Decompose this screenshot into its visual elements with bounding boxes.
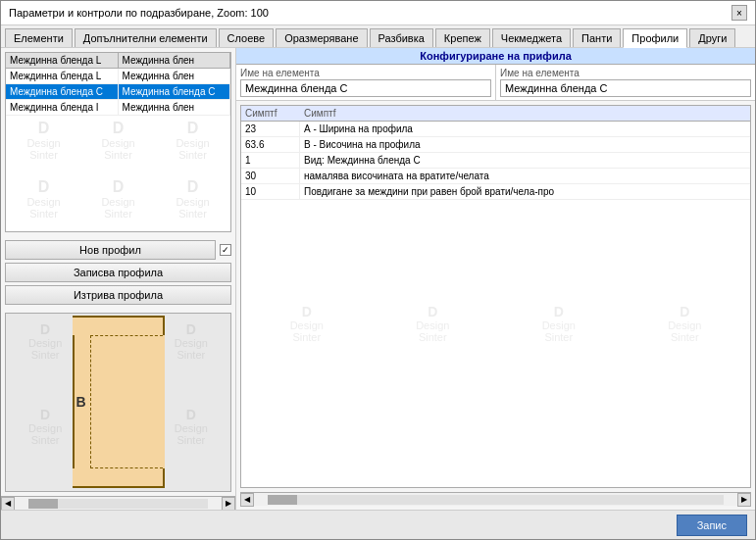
scroll-right-arrow[interactable]: ▶: [222, 497, 235, 511]
config-col1-header: Симптf: [241, 106, 300, 121]
config-row: 23 А - Ширина на профила: [241, 122, 750, 137]
config-cell: В - Височина на профила: [300, 137, 750, 152]
list-header: Междинна бленда L Междинна блен: [6, 53, 230, 69]
new-profile-checkbox[interactable]: ✓: [220, 244, 231, 256]
config-cell: 23: [241, 122, 300, 136]
list-item[interactable]: Междинна бленда С Междинна бленда С: [6, 84, 230, 100]
tab-drugi[interactable]: Други: [689, 28, 735, 47]
left-panel: DDesignSinter DDesignSinter DDesignSinte…: [1, 48, 236, 510]
name-inputs-row: Име на елемента Име на елемента: [236, 65, 755, 101]
main-tab-bar: Елементи Допълнителни елементи Слоеве Ор…: [1, 25, 755, 48]
config-scroll-left[interactable]: ◀: [240, 493, 254, 507]
delete-profile-button[interactable]: Изтрива профила: [5, 285, 231, 305]
save-profile-button[interactable]: Записва профила: [5, 263, 231, 282]
new-profile-button[interactable]: Нов профил: [5, 240, 216, 260]
config-row: 10 Повдигане за междини при равен брой в…: [241, 184, 750, 200]
list-item[interactable]: Междинна бленда I Междинна блен: [6, 100, 230, 116]
tab-profili[interactable]: Профили: [623, 28, 687, 48]
config-header: Конфигуриране на прифила: [236, 48, 755, 65]
tab-krepej[interactable]: Крепеж: [435, 28, 490, 47]
content-area: DDesignSinter DDesignSinter DDesignSinte…: [1, 48, 755, 510]
close-button[interactable]: ×: [731, 5, 747, 21]
bottom-bar: Запис: [1, 510, 755, 539]
preview-area: DDesignSinter DDesignSinter DDesignSinte…: [5, 313, 231, 493]
config-cell: 63.6: [241, 137, 300, 152]
scroll-left-arrow[interactable]: ◀: [1, 497, 15, 511]
tab-orazmeryavane[interactable]: Оразмеряване: [276, 28, 367, 47]
preview-label-a: A: [113, 488, 123, 492]
preview-label-b: B: [76, 394, 86, 410]
tab-chekmejeta[interactable]: Чекмеджета: [492, 28, 571, 47]
config-scroll-thumb[interactable]: [268, 495, 297, 505]
tab-panti[interactable]: Панти: [573, 28, 621, 47]
config-cell: Вид: Междинна бленда С: [300, 153, 750, 168]
config-cell: А - Ширина на профила: [300, 122, 750, 136]
scroll-track[interactable]: [28, 499, 208, 509]
config-col-headers: Симптf Симптf: [241, 106, 750, 122]
title-bar: Параметри и контроли по подразбиране, Zo…: [1, 1, 755, 25]
name-input2[interactable]: [500, 79, 751, 97]
tab-dop-elementi[interactable]: Допълнителни елементи: [75, 28, 217, 47]
config-table: DDesignSinter DDesignSinter DDesignSinte…: [240, 105, 751, 488]
profile-list[interactable]: DDesignSinter DDesignSinter DDesignSinte…: [5, 52, 231, 232]
config-cell: 10: [241, 184, 300, 199]
buttons-panel: Нов профил ✓ Записва профила Изтрива про…: [1, 236, 235, 309]
config-cell: 30: [241, 169, 300, 183]
tab-elementi[interactable]: Елементи: [5, 28, 73, 47]
config-row: 63.6 В - Височина на профила: [241, 137, 750, 153]
tab-sloeve[interactable]: Слоеве: [219, 28, 275, 47]
new-profile-row: Нов профил ✓: [5, 240, 231, 260]
config-row: 1 Вид: Междинна бленда С: [241, 153, 750, 169]
config-cell: намалява височината на вратите/челата: [300, 169, 750, 183]
config-scroll-right[interactable]: ▶: [737, 493, 751, 507]
name-label2: Име на елемента: [500, 68, 751, 78]
config-scrollbar-h[interactable]: ◀ ▶: [240, 492, 751, 506]
tab-razbivka[interactable]: Разбивка: [370, 28, 433, 47]
name-label1: Име на елемента: [240, 68, 491, 78]
list-col2-header: Междинна блен: [119, 53, 231, 68]
config-row: 30 намалява височината на вратите/челата: [241, 169, 750, 184]
config-scroll-track[interactable]: [268, 495, 724, 505]
list-item[interactable]: Междинна бленда L Междинна блен: [6, 69, 230, 84]
window-title: Параметри и контроли по подразбиране, Zo…: [9, 7, 269, 19]
right-panel: Конфигуриране на прифила Име на елемента…: [236, 48, 755, 510]
profile-shape: B A: [55, 313, 182, 493]
config-col2-header: Симптf: [300, 106, 750, 121]
scroll-thumb[interactable]: [28, 499, 58, 509]
main-window: Параметри и контроли по подразбиране, Zo…: [0, 0, 756, 540]
list-scrollbar-h[interactable]: ◀ ▶: [1, 496, 235, 510]
main-save-button[interactable]: Запис: [677, 515, 747, 536]
name-input1[interactable]: [240, 79, 491, 97]
config-cell: 1: [241, 153, 300, 168]
list-col1-header: Междинна бленда L: [6, 53, 119, 68]
config-cell: Повдигане за междини при равен брой врат…: [300, 184, 750, 199]
